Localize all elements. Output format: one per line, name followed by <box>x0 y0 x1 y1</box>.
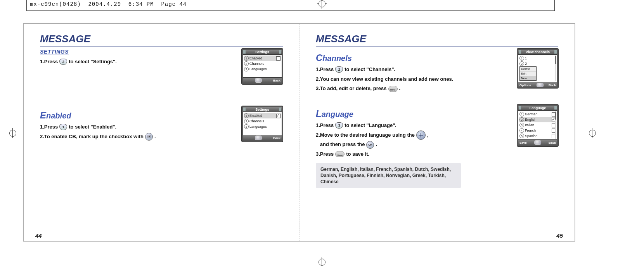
page-spread: MESSAGE SETTINGS 1.Press 2 to select "Se… <box>23 23 575 242</box>
channels-block: Channels 1.Press 2 to select "Channels".… <box>316 49 558 94</box>
key1-icon: 1 <box>59 124 67 130</box>
ok-key-icon: OK <box>145 133 153 141</box>
phone-item: 2 <box>525 62 527 66</box>
enabled-step2-b: . <box>154 132 156 142</box>
page-right: MESSAGE Channels 1.Press 2 to select "Ch… <box>299 24 575 241</box>
language-title: Language <box>316 108 461 119</box>
phone-item: Italian <box>525 123 534 127</box>
settings-step1-a: 1.Press <box>40 57 58 67</box>
language-step2-a: 2.Move to the desired language using the <box>316 130 415 140</box>
softkey-mid-icon <box>534 140 541 145</box>
phone-settings: Settings 1Enabled 2Channels 3Languages B… <box>242 49 283 84</box>
phone-item: English <box>525 118 537 122</box>
enabled-step1-a: 1.Press <box>40 122 58 132</box>
phone-item: Enabled <box>249 56 262 60</box>
phone-language: Language 1German 2English 3Italian 4Fren… <box>517 104 558 146</box>
print-slug: mx-c99en(0428) 2004.4.29 6:34 PM Page 44 <box>26 0 555 11</box>
phone-channels: View channels 11 22 Delete Edit New Opti… <box>517 49 558 88</box>
channels-step1-a: 1.Press <box>316 65 334 75</box>
softkey-mid-icon <box>255 78 262 83</box>
key3-icon: 3 <box>335 122 343 129</box>
softkey-right: Back <box>273 136 280 140</box>
softkey-left: Options <box>519 83 531 87</box>
softkey-left: Save <box>519 141 527 144</box>
key2-icon: 2 <box>335 66 343 73</box>
enabled-title: Enabled <box>40 110 156 121</box>
channels-step2: 2.You can now view existing channels and… <box>316 75 453 84</box>
heading-rule <box>40 46 283 47</box>
channels-step3-a: 3.To add, edit or delete, press <box>316 84 387 94</box>
language-step2-c: and then press the <box>320 140 365 150</box>
language-step2-d: . <box>376 140 377 150</box>
page-left: MESSAGE SETTINGS 1.Press 2 to select "Se… <box>24 24 299 241</box>
language-step1-b: to select "Language". <box>345 121 396 130</box>
dpad-icon <box>416 130 426 140</box>
channels-step3-b: . <box>399 84 401 94</box>
softkey-mid-icon <box>537 83 544 87</box>
page-number-left: 44 <box>35 232 42 239</box>
phone-item: French <box>525 129 536 132</box>
phone-item: Channels <box>249 62 264 66</box>
phone-title: Settings <box>255 50 269 54</box>
settings-block: SETTINGS 1.Press 2 to select "Settings".… <box>40 49 283 84</box>
language-step1-a: 1.Press <box>316 121 334 130</box>
softkey-right: Back <box>273 79 280 82</box>
phone-context-menu: Delete Edit New <box>519 66 537 81</box>
regmark-left <box>8 128 18 138</box>
settings-step1-b: to select "Settings". <box>69 57 117 67</box>
phone-item: Spanish <box>525 134 538 138</box>
regmark-right <box>587 128 597 138</box>
phone-item: Languages <box>249 125 267 129</box>
settings-title: SETTINGS <box>40 49 117 55</box>
menu-softkey-icon <box>335 151 345 157</box>
phone-title: View channels <box>526 50 550 54</box>
phone-item: German <box>525 112 538 116</box>
channels-title: Channels <box>316 52 453 63</box>
ok-key-icon: OK <box>366 141 374 149</box>
channels-step1-b: to select "Channels". <box>345 65 395 75</box>
language-note: German, English, Italian, French, Spanis… <box>316 163 461 188</box>
menu-softkey-icon <box>388 86 398 92</box>
section-heading: MESSAGE <box>316 33 558 45</box>
language-step3-a: 3.Press <box>316 150 334 159</box>
softkey-right: Back <box>549 83 556 87</box>
phone-item: Enabled <box>249 114 262 118</box>
phone-item: Channels <box>249 119 264 123</box>
enabled-block: Enabled 1.Press 1 to select "Enabled". 2… <box>40 106 283 142</box>
phone-item: 1 <box>525 56 527 60</box>
enabled-step2-a: 2.To enable CB, mark up the checkbox wit… <box>40 132 144 142</box>
regmark-bottom <box>317 257 327 266</box>
phone-title: Settings <box>255 108 269 111</box>
language-block: Language 1.Press 3 to select "Language".… <box>316 104 558 188</box>
phone-title: Language <box>530 106 546 110</box>
softkey-mid-icon <box>255 136 262 140</box>
key2-icon: 2 <box>59 59 67 65</box>
page-number-right: 45 <box>556 232 563 239</box>
language-step2-b: , <box>427 130 429 140</box>
enabled-step1-b: to select "Enabled". <box>69 122 116 132</box>
phone-enabled: Settings 1Enabled 2Channels 3Languages B… <box>242 106 283 142</box>
language-step3-b: to save it. <box>346 150 369 159</box>
section-heading: MESSAGE <box>40 33 283 45</box>
softkey-right: Back <box>549 141 556 144</box>
phone-item: Languages <box>249 67 267 71</box>
heading-rule <box>316 46 558 47</box>
